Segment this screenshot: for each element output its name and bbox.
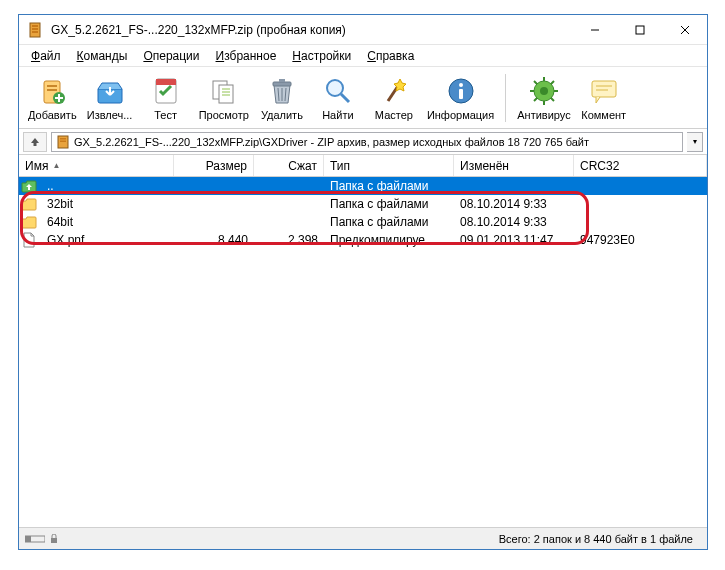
toolbar-wizard-button[interactable]: Мастер <box>366 69 422 127</box>
cell-name: .. <box>41 179 174 193</box>
maximize-button[interactable] <box>617 15 662 44</box>
up-icon <box>21 178 37 194</box>
svg-point-24 <box>327 80 343 96</box>
svg-line-36 <box>551 98 554 101</box>
cell-name: 64bit <box>41 215 174 229</box>
file-list[interactable]: ..Папка с файлами32bitПапка с файлами08.… <box>19 177 707 527</box>
info-icon <box>445 75 477 107</box>
toolbar-delete-button[interactable]: Удалить <box>254 69 310 127</box>
cell-modified: 08.10.2014 9:33 <box>454 197 574 211</box>
toolbar-comment-button[interactable]: Коммент <box>576 69 632 127</box>
svg-rect-43 <box>60 138 66 140</box>
file-icon <box>21 232 37 248</box>
close-button[interactable] <box>662 15 707 44</box>
cell-type: Папка с файлами <box>324 179 454 193</box>
archive-icon <box>56 135 70 149</box>
menu-5[interactable]: Справка <box>359 47 422 65</box>
cell-crc: 947923E0 <box>574 233 707 247</box>
find-icon <box>322 75 354 107</box>
cell-type: Папка с файлами <box>324 197 454 211</box>
svg-rect-15 <box>219 85 233 103</box>
menu-3[interactable]: Избранное <box>208 47 285 65</box>
app-icon <box>27 22 43 38</box>
cell-type: Папка с файлами <box>324 215 454 229</box>
svg-line-25 <box>341 94 349 102</box>
svg-rect-10 <box>47 89 57 91</box>
file-row[interactable]: GX.pnf8 4402 398Предкомпилируе...09.01.2… <box>19 231 707 249</box>
toolbar: ДобавитьИзвлеч...ТестПросмотрУдалитьНайт… <box>19 67 707 129</box>
svg-rect-1 <box>32 25 38 27</box>
svg-line-37 <box>534 98 537 101</box>
svg-line-35 <box>534 81 537 84</box>
cell-modified: 09.01.2013 11:47 <box>454 233 574 247</box>
toolbar-view-button[interactable]: Просмотр <box>194 69 254 127</box>
toolbar-test-button[interactable]: Тест <box>138 69 194 127</box>
extract-icon <box>94 75 126 107</box>
svg-rect-28 <box>459 89 463 99</box>
svg-rect-3 <box>32 31 38 33</box>
file-row[interactable]: 64bitПапка с файлами08.10.2014 9:33 <box>19 213 707 231</box>
app-window: GX_5.2.2621_FS-...220_132xMFP.zip (пробн… <box>18 14 708 550</box>
cell-packed: 2 398 <box>254 233 324 247</box>
cell-modified: 08.10.2014 9:33 <box>454 215 574 229</box>
cell-name: GX.pnf <box>41 233 174 247</box>
wizard-icon <box>378 75 410 107</box>
menu-2[interactable]: Операции <box>135 47 207 65</box>
antivirus-icon <box>528 75 560 107</box>
header-size[interactable]: Размер <box>174 155 254 176</box>
titlebar: GX_5.2.2621_FS-...220_132xMFP.zip (пробн… <box>19 15 707 45</box>
toolbar-antivirus-button[interactable]: Антивирус <box>512 69 575 127</box>
sort-arrow-icon: ▲ <box>52 161 60 170</box>
toolbar-find-button[interactable]: Найти <box>310 69 366 127</box>
toolbar-extract-button[interactable]: Извлеч... <box>82 69 138 127</box>
address-field[interactable]: GX_5.2.2621_FS-...220_132xMFP.zip\GXDriv… <box>51 132 683 152</box>
svg-rect-19 <box>273 82 291 86</box>
svg-rect-46 <box>25 536 31 542</box>
status-left <box>25 534 499 544</box>
svg-line-38 <box>551 81 554 84</box>
address-text: GX_5.2.2621_FS-...220_132xMFP.zip\GXDriv… <box>74 136 589 148</box>
svg-rect-13 <box>156 79 176 85</box>
toolbar-add-button[interactable]: Добавить <box>23 69 82 127</box>
cell-name: 32bit <box>41 197 174 211</box>
address-dropdown[interactable]: ▾ <box>687 132 703 152</box>
status-progress-icon <box>25 534 45 544</box>
svg-rect-2 <box>32 28 38 30</box>
file-row[interactable]: ..Папка с файлами <box>19 177 707 195</box>
status-lock-icon <box>49 534 59 544</box>
window-controls <box>572 15 707 44</box>
toolbar-info-button[interactable]: Информация <box>422 69 499 127</box>
delete-icon <box>266 75 298 107</box>
minimize-button[interactable] <box>572 15 617 44</box>
file-row[interactable]: 32bitПапка с файлами08.10.2014 9:33 <box>19 195 707 213</box>
svg-point-30 <box>540 87 548 95</box>
column-headers: Имя▲ Размер Сжат Тип Изменён CRC32 <box>19 155 707 177</box>
comment-icon <box>588 75 620 107</box>
cell-size: 8 440 <box>174 233 254 247</box>
statusbar: Всего: 2 папок и 8 440 байт в 1 файле <box>19 527 707 549</box>
folder-icon <box>21 196 37 212</box>
cell-type: Предкомпилируе... <box>324 233 454 247</box>
svg-rect-44 <box>60 140 66 142</box>
header-packed[interactable]: Сжат <box>254 155 324 176</box>
svg-point-27 <box>459 83 463 87</box>
status-summary: Всего: 2 папок и 8 440 байт в 1 файле <box>499 533 701 545</box>
header-name[interactable]: Имя▲ <box>19 155 174 176</box>
menu-1[interactable]: Команды <box>69 47 136 65</box>
add-icon <box>36 75 68 107</box>
menubar: ФайлКомандыОперацииИзбранноеНастройкиСпр… <box>19 45 707 67</box>
addressbar: GX_5.2.2621_FS-...220_132xMFP.zip\GXDriv… <box>19 129 707 155</box>
svg-rect-9 <box>47 85 57 87</box>
header-crc[interactable]: CRC32 <box>574 155 707 176</box>
svg-rect-47 <box>51 538 57 543</box>
nav-up-button[interactable] <box>23 132 47 152</box>
header-modified[interactable]: Изменён <box>454 155 574 176</box>
svg-rect-20 <box>279 79 285 82</box>
svg-rect-39 <box>592 81 616 97</box>
view-icon <box>208 75 240 107</box>
menu-0[interactable]: Файл <box>23 47 69 65</box>
header-type[interactable]: Тип <box>324 155 454 176</box>
window-title: GX_5.2.2621_FS-...220_132xMFP.zip (пробн… <box>51 23 572 37</box>
folder-icon <box>21 214 37 230</box>
menu-4[interactable]: Настройки <box>284 47 359 65</box>
